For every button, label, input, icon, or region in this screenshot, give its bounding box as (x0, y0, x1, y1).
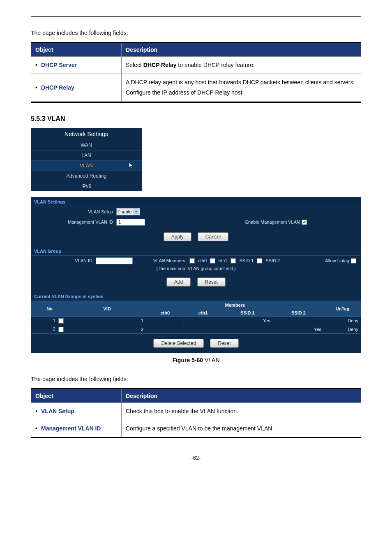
figure-caption-rest: VLAN (203, 357, 219, 363)
row2-checkbox[interactable] (58, 327, 64, 332)
th-vid: VID (68, 301, 146, 317)
row1-untag: Deny (324, 317, 361, 325)
row1-vid: 1 (68, 317, 146, 325)
desc-post: to enable DHCP relay feature. (176, 62, 254, 68)
row2-eth0 (146, 325, 184, 334)
row1-ssid1: Yes (222, 317, 273, 325)
vlan-members-label: VLAN Members (153, 258, 185, 263)
desc-bold: DHCP Relay (143, 62, 177, 68)
apply-button[interactable]: Apply (164, 232, 191, 241)
section-heading: 5.5.3 VLAN (31, 115, 361, 123)
allow-untag-checkbox[interactable] (351, 258, 356, 264)
desc-pre: Select (126, 62, 143, 68)
obj-vlan-setup-label: VLAN Setup (41, 408, 74, 414)
member-eth0-checkbox[interactable] (189, 258, 195, 264)
enable-mgmt-vlan-checkbox[interactable]: ✔ (302, 220, 307, 225)
th-members: Members (146, 301, 324, 309)
obj-vlan-setup: •VLAN Setup (31, 402, 122, 420)
delete-selected-button[interactable]: Delete Selected (153, 339, 204, 348)
th-no: No (31, 301, 68, 317)
th-ssid1: SSID 1 (222, 309, 273, 317)
th-object: Object (31, 43, 122, 57)
desc-mgmt-vlan-id: Configure a specified VLAN to be the man… (122, 420, 361, 437)
vlan-setup-select[interactable]: Enable ▾ (116, 208, 140, 215)
vlan-setup-label: VLAN Setup (34, 209, 116, 214)
vlan-group-note: (The maximum VLAN group count is 8.) (31, 266, 361, 273)
nav-item-lan[interactable]: LAN (31, 150, 142, 160)
vlan-panel: VLAN Settings VLAN Setup Enable ▾ Manage… (31, 197, 361, 353)
figure-caption-bold: Figure 5-60 (172, 357, 203, 363)
row2-eth1 (184, 325, 222, 334)
reset2-button[interactable]: Reset (210, 339, 238, 348)
figure-caption: Figure 5-60 VLAN (31, 357, 361, 363)
member-ssid2-checkbox[interactable] (257, 258, 262, 264)
mgmt-vlan-id-label: Management VLAN ID (34, 220, 116, 224)
member-eth1-checkbox[interactable] (210, 258, 215, 264)
row2-ssid2: Yes (273, 325, 324, 334)
obj-dhcp-relay: •DHCP Relay (31, 74, 122, 102)
row2-untag: Deny (324, 325, 361, 334)
vlan-groups-table: No VID Members UnTag eth0 eth1 SSID 1 SS… (31, 301, 361, 334)
row2-ssid1 (222, 325, 273, 334)
row2-vid: 2 (68, 325, 146, 334)
desc-vlan-setup: Check this box to enable the VLAN functi… (122, 402, 361, 420)
vlan-group-title: VLAN Group (31, 246, 361, 256)
table-row: 1 1 Yes Deny (31, 317, 361, 325)
vlan-id-input[interactable] (96, 257, 133, 264)
th-ssid2: SSID 2 (273, 309, 324, 317)
row2-no: 2 (31, 325, 68, 334)
mgmt-vlan-id-input[interactable]: 1 (116, 219, 145, 226)
th-eth0: eth0 (146, 309, 184, 317)
nav-item-ipv6[interactable]: IPv6 (31, 181, 142, 191)
fields-table-1: Object Description •DHCP Server Select D… (31, 42, 361, 103)
obj-mgmt-vlan-id-label: Management VLAN ID (41, 425, 101, 432)
top-rule (31, 16, 361, 17)
desc-dhcp-server: Select DHCP Relay to enable DHCP relay f… (122, 57, 361, 74)
member-ssid1-checkbox[interactable] (231, 258, 236, 264)
nav-title: Network Settings (31, 128, 142, 140)
desc-relay-l2: Configure the IP address of DHCP Relay h… (126, 88, 357, 98)
page-number: -62- (31, 455, 361, 461)
member-ssid1-label: SSID 1 (239, 258, 254, 263)
obj-mgmt-vlan-id: •Management VLAN ID (31, 420, 122, 437)
row1-checkbox[interactable] (58, 318, 64, 324)
reset-button[interactable]: Reset (197, 278, 226, 287)
obj-dhcp-server-label: DHCP Server (41, 62, 77, 68)
nav-item-vlan-label: VLAN (80, 163, 92, 169)
row1-no: 1 (31, 317, 68, 325)
th2-description: Description (122, 388, 361, 402)
nav-item-vlan[interactable]: VLAN (31, 160, 142, 171)
vlan-id-label: VLAN ID (34, 258, 96, 263)
enable-mgmt-vlan-label: Enable Management VLAN (245, 220, 300, 224)
th-eth1: eth1 (184, 309, 222, 317)
fields-table-2: Object Description •VLAN Setup Check thi… (31, 388, 361, 438)
desc-dhcp-relay: A DHCP relay agent is any host that forw… (122, 74, 361, 102)
member-eth1-label: eth1 (219, 258, 227, 263)
row1-eth0 (146, 317, 184, 325)
member-ssid2-label: SSID 2 (265, 258, 280, 263)
current-groups-title: Current VLAN Groups in system (31, 291, 361, 301)
desc-relay-l1: A DHCP relay agent is any host that forw… (126, 77, 357, 88)
th-untag: UnTag (324, 301, 361, 317)
vlan-settings-title: VLAN Settings (31, 197, 361, 206)
row1-ssid2 (273, 317, 324, 325)
member-eth0-label: eth0 (198, 258, 207, 263)
cancel-button[interactable]: Cancel (198, 232, 228, 241)
add-button[interactable]: Add (166, 278, 191, 287)
table-row: 2 2 Yes Deny (31, 325, 361, 334)
nav-item-advanced-routing[interactable]: Advanced Routing (31, 171, 142, 181)
obj-dhcp-relay-label: DHCP Relay (41, 84, 74, 91)
intro-text-2: The page includes the following fields: (31, 376, 361, 382)
allow-untag-label: Allow Untag (325, 258, 349, 263)
cursor-icon (127, 162, 134, 171)
obj-dhcp-server: •DHCP Server (31, 57, 122, 74)
vlan-setup-value: Enable (118, 209, 131, 214)
th2-object: Object (31, 388, 122, 402)
th-description: Description (122, 43, 361, 57)
row1-eth1 (184, 317, 222, 325)
chevron-down-icon: ▾ (133, 209, 139, 215)
nav-sidebar: Network Settings WAN LAN VLAN Advanced R… (31, 128, 142, 191)
nav-item-wan[interactable]: WAN (31, 140, 142, 150)
intro-text-1: The page includes the following fields: (31, 30, 361, 36)
